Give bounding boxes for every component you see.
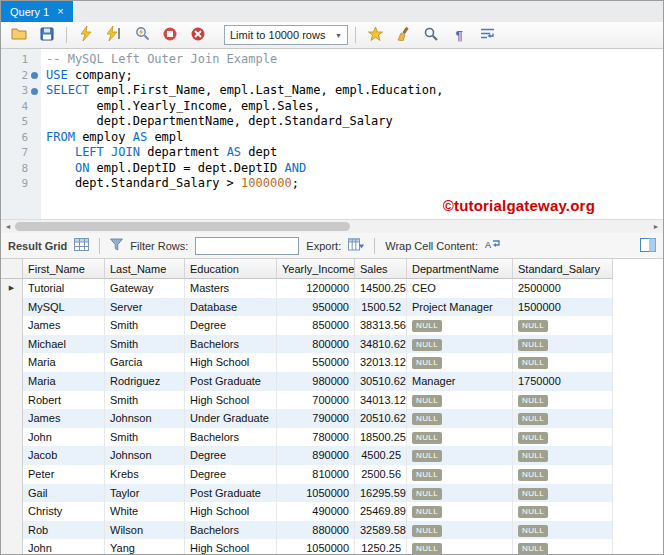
current-row-marker[interactable]: ▶ [1,279,23,298]
grid-cell[interactable]: 1500000 [513,298,613,317]
grid-cell[interactable]: NULL [513,446,613,465]
grid-cell[interactable]: 850000 [277,316,355,335]
grid-cell[interactable]: Degree [185,446,277,465]
grid-cell[interactable]: NULL [407,539,513,554]
grid-cell[interactable]: NULL [407,465,513,484]
table-row[interactable]: JohnYangHigh School10500001250.25NULLNUL… [1,539,613,554]
row-selector[interactable] [1,502,23,521]
grid-cell[interactable]: NULL [513,316,613,335]
grid-cell[interactable]: NULL [407,502,513,521]
code-line[interactable]: USE company; [46,68,663,84]
row-selector[interactable] [1,446,23,465]
grid-cell[interactable]: Maria [23,372,105,391]
grid-cell[interactable]: Peter [23,465,105,484]
column-header[interactable]: Education [185,259,277,279]
scrollbar-thumb[interactable] [15,222,350,231]
grid-cell[interactable]: 30510.62 [355,372,407,391]
grid-cell[interactable]: 34013.12 [355,391,407,410]
grid-cell[interactable]: NULL [407,446,513,465]
filter-rows-input[interactable] [195,237,299,255]
grid-cell[interactable]: NULL [513,521,613,540]
grid-cell[interactable]: NULL [513,539,613,554]
stop-on-error-button[interactable] [186,24,210,46]
grid-cell[interactable]: James [23,409,105,428]
grid-cell[interactable]: High School [185,353,277,372]
editor-horizontal-scrollbar[interactable]: ◄ ► [1,219,663,233]
grid-cell[interactable]: John [23,428,105,447]
save-script-button[interactable] [35,24,59,46]
column-header[interactable]: Yearly_Income [277,259,355,279]
grid-cell[interactable]: Maria [23,353,105,372]
grid-cell[interactable]: Smith [105,428,185,447]
grid-cell[interactable]: 16295.59 [355,484,407,503]
grid-cell[interactable]: Gail [23,484,105,503]
grid-cell[interactable]: 550000 [277,353,355,372]
grid-cell[interactable]: NULL [407,391,513,410]
table-row[interactable]: JamesJohnsonUnder Graduate79000020510.62… [1,409,613,428]
grid-cell[interactable]: Tutorial [23,279,105,298]
grid-cell[interactable]: Degree [185,316,277,335]
execute-button[interactable] [74,24,98,46]
row-selector[interactable] [1,353,23,372]
grid-cell[interactable]: 2500000 [513,279,613,298]
grid-cell[interactable]: NULL [407,409,513,428]
code-line[interactable]: dept.Standard_Salary > 1000000; [46,176,663,192]
invisible-characters-button[interactable]: ¶ [447,24,471,46]
grid-cell[interactable]: NULL [513,465,613,484]
grid-cell[interactable]: 490000 [277,502,355,521]
row-selector[interactable] [1,316,23,335]
grid-cell[interactable]: NULL [513,335,613,354]
table-row[interactable]: ▶TutorialGatewayMasters120000014500.25CE… [1,279,613,298]
side-panel-toggle-icon[interactable] [640,238,656,254]
grid-cell[interactable]: Manager [407,372,513,391]
grid-cell[interactable]: High School [185,391,277,410]
table-row[interactable]: MichaelSmithBachelors80000034810.62NULLN… [1,335,613,354]
tab-query-1[interactable]: Query 1 × [1,1,73,22]
find-button[interactable] [419,24,443,46]
scroll-left-icon[interactable]: ◄ [1,220,15,233]
table-row[interactable]: JohnSmithBachelors78000018500.25NULLNULL [1,428,613,447]
grid-cell[interactable]: 890000 [277,446,355,465]
column-header[interactable]: Sales [355,259,407,279]
grid-view-icon[interactable] [74,238,89,253]
grid-cell[interactable]: NULL [407,335,513,354]
grid-cell[interactable]: 2500.56 [355,465,407,484]
grid-cell[interactable]: 790000 [277,409,355,428]
grid-cell[interactable]: NULL [513,391,613,410]
table-row[interactable]: RobertSmithHigh School70000034013.12NULL… [1,391,613,410]
grid-cell[interactable]: James [23,316,105,335]
grid-cell[interactable]: 880000 [277,521,355,540]
table-row[interactable]: RobWilsonBachelors88000032589.58NULLNULL [1,521,613,540]
grid-cell[interactable]: High School [185,502,277,521]
grid-cell[interactable]: 950000 [277,298,355,317]
grid-cell[interactable]: Database [185,298,277,317]
grid-cell[interactable]: 780000 [277,428,355,447]
grid-cell[interactable]: 18500.25 [355,428,407,447]
grid-cell[interactable]: Degree [185,465,277,484]
grid-cell[interactable]: NULL [407,428,513,447]
sql-editor[interactable]: 123456789 -- MySQL Left Outer Join Examp… [1,49,663,219]
table-row[interactable]: ChristyWhiteHigh School49000025469.89NUL… [1,502,613,521]
table-row[interactable]: GailTaylorPost Graduate105000016295.59NU… [1,484,613,503]
table-row[interactable]: PeterKrebsDegree8100002500.56NULLNULL [1,465,613,484]
row-selector[interactable] [1,372,23,391]
code-line[interactable]: ON empl.DeptID = dept.DeptID AND [46,161,663,177]
grid-cell[interactable]: Post Graduate [185,372,277,391]
grid-cell[interactable]: Bachelors [185,521,277,540]
grid-cell[interactable]: 1500.52 [355,298,407,317]
code-line[interactable]: SELECT empl.First_Name, empl.Last_Name, … [46,83,663,99]
row-selector[interactable] [1,335,23,354]
grid-cell[interactable]: 32589.58 [355,521,407,540]
grid-cell[interactable]: John [23,539,105,554]
grid-cell[interactable]: Michael [23,335,105,354]
grid-cell[interactable]: 38313.56 [355,316,407,335]
limit-rows-dropdown[interactable]: Limit to 10000 rows ▼ [224,25,348,45]
grid-cell[interactable]: 1250.25 [355,539,407,554]
row-selector[interactable] [1,298,23,317]
grid-cell[interactable]: Smith [105,391,185,410]
grid-cell[interactable]: Rodriguez [105,372,185,391]
editor-code[interactable]: -- MySQL Left Outer Join ExampleUSE comp… [41,49,663,219]
grid-cell[interactable]: Christy [23,502,105,521]
grid-cell[interactable]: Taylor [105,484,185,503]
row-selector[interactable] [1,484,23,503]
